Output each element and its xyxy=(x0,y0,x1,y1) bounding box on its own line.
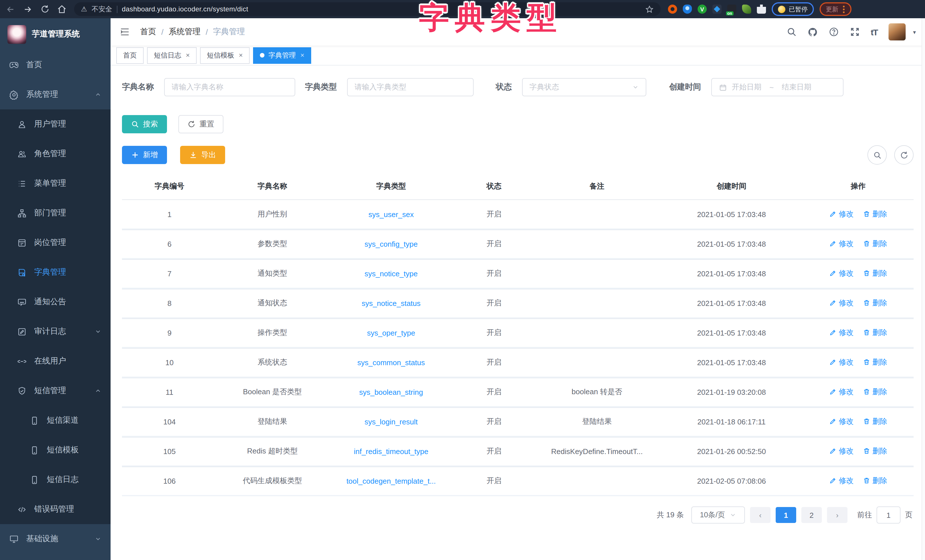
extension-orange-icon[interactable] xyxy=(668,5,677,14)
collapse-menu-icon[interactable] xyxy=(120,27,130,36)
sidebar-item-9[interactable]: 通知公告 xyxy=(0,287,111,317)
sidebar-item-14[interactable]: 短信模板 xyxy=(0,435,111,465)
sidebar-item-2[interactable]: 系统管理 xyxy=(0,80,111,109)
goto-page-input[interactable]: 1 xyxy=(877,506,901,524)
cell-dict-type-link[interactable]: sys_oper_type xyxy=(367,328,415,337)
sidebar-item-4[interactable]: 角色管理 xyxy=(0,139,111,169)
sidebar-item-17[interactable]: 基础设施 xyxy=(0,524,111,554)
browser-menu-icon[interactable] xyxy=(842,5,845,13)
reload-icon[interactable] xyxy=(40,4,50,14)
app-logo[interactable]: 芋道管理系统 xyxy=(0,18,111,50)
url-text[interactable]: dashboard.yudao.iocoder.cn/system/dict xyxy=(122,5,248,13)
page-scrollbar[interactable] xyxy=(922,18,925,560)
page-button-1[interactable]: 1 xyxy=(776,507,796,523)
sidebar-item-11[interactable]: 在线用户 xyxy=(0,346,111,376)
reset-button[interactable]: 重置 xyxy=(178,115,223,133)
dict-name-input[interactable]: 请输入字典名称 xyxy=(164,78,295,96)
tab-close-icon[interactable]: × xyxy=(300,51,304,59)
edit-link[interactable]: 修改 xyxy=(829,387,854,397)
tab-1[interactable]: 首页 xyxy=(116,47,144,63)
forward-icon[interactable] xyxy=(23,4,33,14)
breadcrumb-item-2[interactable]: 系统管理 xyxy=(169,27,200,37)
delete-link[interactable]: 删除 xyxy=(863,268,887,278)
back-icon[interactable] xyxy=(6,4,15,14)
sidebar-item-8[interactable]: 字典管理 xyxy=(0,257,111,287)
edit-link[interactable]: 修改 xyxy=(829,268,854,278)
status-select[interactable]: 字典状态 xyxy=(522,78,646,96)
search-icon[interactable] xyxy=(786,27,797,37)
cell-dict-type-link[interactable]: sys_config_type xyxy=(365,239,417,248)
extension-leaf-icon[interactable] xyxy=(742,5,751,14)
delete-link[interactable]: 删除 xyxy=(863,239,887,249)
tab-2[interactable]: 短信日志× xyxy=(147,47,197,63)
page-button-2[interactable]: 2 xyxy=(801,507,822,523)
update-button[interactable]: 更新 xyxy=(820,2,851,16)
edit-link[interactable]: 修改 xyxy=(829,239,854,249)
search-button[interactable]: 搜索 xyxy=(122,115,167,133)
extension-on-badge-icon[interactable] xyxy=(727,5,736,14)
sidebar-item-13[interactable]: 短信渠道 xyxy=(0,406,111,435)
tab-close-icon[interactable]: × xyxy=(186,51,190,59)
cell-dict-type-link[interactable]: sys_notice_type xyxy=(365,269,417,278)
refresh-table-button[interactable] xyxy=(894,145,914,165)
extension-diamond-icon[interactable] xyxy=(713,5,722,14)
sidebar-item-12[interactable]: 短信管理 xyxy=(0,376,111,406)
add-button[interactable]: 新增 xyxy=(122,146,167,164)
dict-type-input[interactable]: 请输入字典类型 xyxy=(347,78,474,96)
edit-link[interactable]: 修改 xyxy=(829,476,854,486)
profile-paused-badge[interactable]: 已暂停 xyxy=(772,2,814,16)
home-icon[interactable] xyxy=(57,4,67,14)
delete-link[interactable]: 删除 xyxy=(863,387,887,397)
sidebar-item-6[interactable]: 部门管理 xyxy=(0,198,111,228)
fullscreen-icon[interactable] xyxy=(850,27,860,37)
cell-dict-type-link[interactable]: sys_common_status xyxy=(357,358,425,367)
sidebar-item-10[interactable]: 审计日志 xyxy=(0,317,111,346)
cell-dict-type-link[interactable]: sys_notice_status xyxy=(362,299,420,307)
cell-dict-type-link[interactable]: inf_redis_timeout_type xyxy=(354,447,429,455)
edit-link[interactable]: 修改 xyxy=(829,209,854,219)
cell-dict-type-link[interactable]: tool_codegen_template_t... xyxy=(346,477,436,485)
tab-close-icon[interactable]: × xyxy=(239,51,243,59)
font-size-icon[interactable]: tT xyxy=(871,27,878,37)
delete-link[interactable]: 删除 xyxy=(863,446,887,456)
delete-link[interactable]: 删除 xyxy=(863,357,887,367)
edit-link[interactable]: 修改 xyxy=(829,417,854,427)
date-range-picker[interactable]: 开始日期 ~ 结束日期 xyxy=(711,78,844,96)
delete-link[interactable]: 删除 xyxy=(863,328,887,338)
delete-link[interactable]: 删除 xyxy=(863,209,887,219)
next-page-button[interactable]: › xyxy=(827,507,848,523)
edit-link[interactable]: 修改 xyxy=(829,357,854,367)
security-label[interactable]: 不安全 xyxy=(92,4,112,14)
cell-dict-type-link[interactable]: sys_boolean_string xyxy=(359,388,423,396)
extension-drop-icon[interactable] xyxy=(683,5,692,14)
sidebar-item-5[interactable]: 菜单管理 xyxy=(0,169,111,198)
edit-link[interactable]: 修改 xyxy=(829,328,854,338)
delete-link[interactable]: 删除 xyxy=(863,298,887,308)
extension-green-v-icon[interactable] xyxy=(698,5,707,14)
github-icon[interactable] xyxy=(807,27,818,37)
delete-link[interactable]: 删除 xyxy=(863,417,887,427)
tab-4[interactable]: 字典管理× xyxy=(253,47,311,63)
user-avatar[interactable] xyxy=(889,23,905,41)
sidebar-item-15[interactable]: 短信日志 xyxy=(0,465,111,494)
cell-dict-type-link[interactable]: sys_login_result xyxy=(365,417,417,426)
user-menu-caret-icon[interactable]: ▾ xyxy=(913,29,916,35)
sidebar-item-7[interactable]: 岗位管理 xyxy=(0,228,111,257)
tab-3[interactable]: 短信模板× xyxy=(200,47,250,63)
export-button[interactable]: 导出 xyxy=(180,146,225,164)
help-icon[interactable] xyxy=(829,27,839,37)
page-size-select[interactable]: 10条/页 xyxy=(691,506,745,524)
sidebar-item-3[interactable]: 用户管理 xyxy=(0,109,111,139)
prev-page-button[interactable]: ‹ xyxy=(750,507,771,523)
edit-link[interactable]: 修改 xyxy=(829,446,854,456)
edit-link[interactable]: 修改 xyxy=(829,298,854,308)
sidebar-item-1[interactable]: 首页 xyxy=(0,50,111,80)
bookmark-star-icon[interactable] xyxy=(645,5,654,14)
show-search-button[interactable] xyxy=(868,145,887,165)
extensions-puzzle-icon[interactable] xyxy=(757,5,766,14)
sidebar-item-16[interactable]: 错误码管理 xyxy=(0,494,111,524)
breadcrumb-item-1[interactable]: 首页 xyxy=(140,27,156,37)
address-bar[interactable]: ⚠ 不安全 dashboard.yudao.iocoder.cn/system/… xyxy=(74,2,661,16)
cell-dict-type-link[interactable]: sys_user_sex xyxy=(369,210,414,218)
delete-link[interactable]: 删除 xyxy=(863,476,887,486)
